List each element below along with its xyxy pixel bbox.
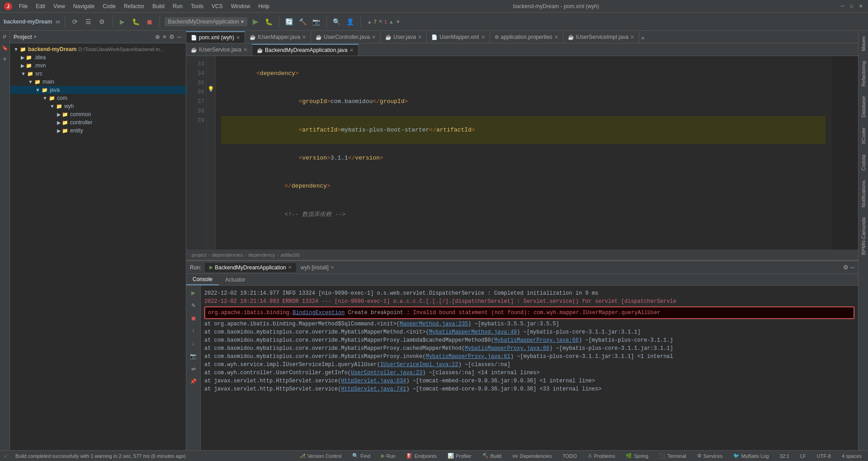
- tab-close-icon[interactable]: ✕: [418, 34, 422, 40]
- search-button[interactable]: 🔍: [331, 16, 342, 27]
- run-arrow-button[interactable]: ▶: [117, 16, 128, 27]
- menu-window[interactable]: Window: [227, 2, 254, 11]
- log-link[interactable]: MybatisMapperProxy.java:66: [494, 337, 579, 343]
- run-green-button[interactable]: ▶: [250, 16, 261, 27]
- log-link[interactable]: MybatisMapperMethod.java:49: [429, 329, 517, 335]
- tab-close-icon[interactable]: ✕: [302, 34, 306, 40]
- menu-view[interactable]: View: [50, 2, 69, 11]
- mybatis-log-item[interactable]: 🐦 MyBatis Log: [731, 451, 772, 461]
- menu-help[interactable]: Help: [255, 2, 273, 11]
- run-wrap-button[interactable]: ⇌: [188, 363, 199, 374]
- run-pin-button[interactable]: 📌: [188, 376, 199, 387]
- problems-item[interactable]: ⚠ Problems: [585, 451, 618, 461]
- tree-item-wyh[interactable]: ▼ 📁 wyh: [10, 102, 186, 110]
- menu-edit[interactable]: Edit: [32, 2, 49, 11]
- run-stop-button[interactable]: ◼: [188, 313, 199, 324]
- collapse-all-button[interactable]: ≡: [162, 33, 167, 41]
- run-restart-button[interactable]: ▶: [188, 287, 199, 298]
- version-control-item[interactable]: ⎇ Version Control: [297, 451, 344, 461]
- tab-backend-application[interactable]: ☕ BackendMyDreamApplication.java ✕: [252, 44, 359, 56]
- breadcrumb-artifactid[interactable]: artifactId: [281, 252, 300, 258]
- menu-file[interactable]: File: [15, 2, 31, 11]
- tab-overflow-button[interactable]: »: [639, 33, 646, 43]
- log-link[interactable]: MybatisMapperProxy.java:66: [465, 345, 549, 352]
- log-link[interactable]: IUserServiceImpl.java:22: [380, 362, 458, 368]
- log-link[interactable]: MybatisMapperProxy.java:61: [426, 353, 510, 360]
- log-link[interactable]: UserController.java:23: [351, 370, 422, 376]
- run-down-button[interactable]: ↓: [188, 338, 199, 349]
- session-tab-backend[interactable]: ▶ BackendMyDreamApplication ✕: [205, 263, 296, 272]
- gutter-bulb-icon[interactable]: 💡: [207, 83, 215, 95]
- run-tab-console[interactable]: Console: [186, 274, 219, 285]
- log-link[interactable]: HttpServlet.java:741: [341, 386, 406, 392]
- menu-run[interactable]: Run: [169, 2, 186, 11]
- debug-button[interactable]: 🐛: [131, 16, 142, 27]
- maximize-button[interactable]: □: [848, 3, 855, 10]
- tab-pom-xml[interactable]: 📄 pom.xml (wyh) ✕: [186, 31, 245, 43]
- update-button[interactable]: 🔄: [284, 16, 295, 27]
- tree-item-mvn[interactable]: ▶ 📁 .mvn: [10, 61, 186, 70]
- run-camera-button[interactable]: 📷: [188, 351, 199, 362]
- tree-item-java[interactable]: ▼ 📁 java: [10, 86, 186, 94]
- right-sidebar-xcoder[interactable]: XCoder: [860, 124, 867, 148]
- services-item[interactable]: ⚙ Services: [694, 451, 725, 461]
- tab-application-properties[interactable]: ⚙ application.properties ✕: [490, 31, 563, 43]
- terminal-item[interactable]: ⬛ Terminal: [656, 451, 689, 461]
- todo-item[interactable]: TODO: [560, 451, 580, 461]
- run-config-selector[interactable]: BackendMyDreamApplication ▾: [165, 17, 247, 26]
- console-output[interactable]: 2022-12-02 19:21:14.977 INFO 13324 [nio-…: [201, 286, 858, 450]
- right-sidebar-database[interactable]: Database: [860, 93, 867, 121]
- tab-iuserservice[interactable]: ☕ IUserService.java ✕: [186, 44, 252, 56]
- position-item[interactable]: 32:1: [777, 451, 792, 461]
- menu-build[interactable]: Build: [149, 2, 168, 11]
- minimize-button[interactable]: ─: [839, 3, 846, 10]
- run-settings-icon[interactable]: ⚙: [843, 264, 849, 271]
- code-area[interactable]: <dependency> <groupId>com.baomidou</grou…: [216, 56, 831, 249]
- run-item[interactable]: ▶ Run: [378, 451, 398, 461]
- tab-close-icon[interactable]: ✕: [243, 47, 247, 53]
- project-view-icon[interactable]: P: [0, 33, 9, 42]
- session-tab-wyh[interactable]: wyh [install] ✕: [296, 263, 339, 272]
- right-sidebar-maven[interactable]: Maven: [860, 33, 867, 55]
- exception-link[interactable]: BindingException: [292, 310, 344, 316]
- tab-close-icon[interactable]: ✕: [630, 34, 634, 40]
- run-up-button[interactable]: ↑: [188, 325, 199, 336]
- tree-item-main[interactable]: ▼ 📁 main: [10, 78, 186, 86]
- log-link[interactable]: MapperMethod.java:235: [400, 321, 468, 327]
- tree-item-common[interactable]: ▶ 📁 common: [10, 110, 186, 118]
- sync-button[interactable]: ⟳: [70, 16, 80, 27]
- stop-button[interactable]: ◼: [144, 16, 155, 27]
- menu-refactor[interactable]: Refactor: [120, 2, 148, 11]
- tab-close-icon[interactable]: ✕: [481, 34, 485, 40]
- session-close-icon[interactable]: ✕: [330, 265, 334, 270]
- bookmark-icon[interactable]: 🔖: [0, 43, 9, 52]
- debug2-button[interactable]: 🐛: [264, 16, 274, 27]
- tree-item-controller[interactable]: ▶ 📁 controller: [10, 118, 186, 127]
- right-sidebar-codota[interactable]: Codota: [860, 151, 867, 174]
- run-close-icon[interactable]: ─: [850, 264, 854, 271]
- tree-item-com[interactable]: ▼ 📁 com: [10, 94, 186, 102]
- close-button[interactable]: ✕: [857, 3, 864, 10]
- camera-button[interactable]: 📷: [311, 16, 322, 27]
- tab-close-icon[interactable]: ✕: [554, 34, 558, 40]
- tab-close-icon[interactable]: ✕: [349, 47, 354, 53]
- settings-button[interactable]: ⚙: [97, 16, 108, 27]
- tab-user-java[interactable]: ☕ User.java ✕: [381, 31, 427, 43]
- hide-panel-button[interactable]: ─: [176, 33, 182, 41]
- tab-iusermapper[interactable]: ☕ IUserMapper.java ✕: [245, 31, 311, 43]
- log-link[interactable]: HttpServlet.java:634: [341, 378, 406, 384]
- menu-navigate[interactable]: Navigate: [70, 2, 98, 11]
- tree-item-src[interactable]: ▼ 📁 src: [10, 70, 186, 78]
- profiler-item[interactable]: 📊 Profiler: [445, 451, 474, 461]
- tab-usercontroller[interactable]: ☕ UserController.java ✕: [311, 31, 381, 43]
- tab-close-icon[interactable]: ✕: [236, 35, 240, 41]
- settings-panel-button[interactable]: ⚙: [168, 33, 175, 41]
- structure-side-icon[interactable]: ≡: [0, 54, 9, 63]
- tree-item-entity[interactable]: ▶ 📁 entity: [10, 127, 186, 135]
- spring-item[interactable]: 🌿 Spring: [623, 451, 651, 461]
- session-close-icon[interactable]: ✕: [288, 265, 292, 270]
- build-button[interactable]: 🔨: [297, 16, 308, 27]
- menu-vcs[interactable]: VCS: [208, 2, 226, 11]
- structure-button[interactable]: ☰: [83, 16, 94, 27]
- run-tab-actuator[interactable]: Actuator: [219, 275, 252, 285]
